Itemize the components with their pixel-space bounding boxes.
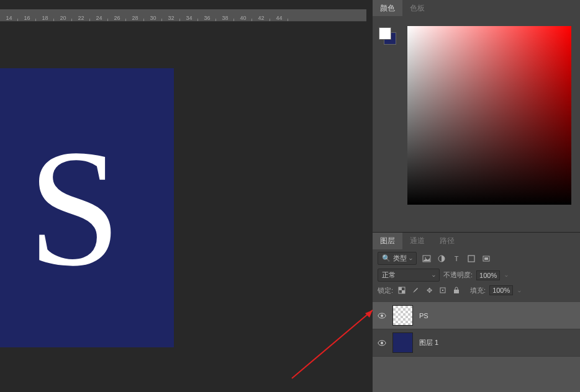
filter-shape-icon[interactable]	[466, 254, 476, 264]
svg-marker-1	[365, 310, 373, 318]
visibility-toggle-icon[interactable]	[378, 339, 386, 347]
right-panels: 颜色 色板 图层 通道 路径 🔍 类型 ⌵	[373, 0, 580, 392]
ruler-tick: 14	[0, 15, 18, 21]
blend-mode-value: 正常	[382, 270, 396, 280]
lock-artboard-icon[interactable]	[438, 285, 448, 295]
arrow-annotation	[286, 304, 385, 386]
layer-name[interactable]: 图层 1	[419, 338, 438, 347]
chevron-down-icon[interactable]: ⌵	[505, 272, 508, 278]
filter-adjustment-icon[interactable]	[437, 254, 446, 264]
filter-type-label: 类型	[393, 254, 407, 263]
lock-position-icon[interactable]: ✥	[424, 285, 434, 295]
ruler-tick: 28	[126, 15, 144, 21]
opacity-value[interactable]: 100%	[476, 270, 500, 280]
ruler-tick: 40	[234, 15, 252, 21]
canvas-text-s[interactable]: S	[28, 112, 121, 304]
ruler-tick: 20	[54, 15, 72, 21]
canvas[interactable]: S	[0, 68, 174, 347]
color-tabs: 颜色 色板	[373, 0, 580, 16]
lock-transparent-icon[interactable]	[397, 285, 407, 295]
layer-thumbnail[interactable]	[392, 332, 413, 353]
tab-layers[interactable]: 图层	[373, 233, 402, 249]
svg-rect-7	[484, 257, 488, 260]
layers-tabs: 图层 通道 路径	[373, 233, 580, 249]
fill-label: 填充:	[470, 286, 486, 295]
fill-value[interactable]: 100%	[489, 285, 513, 295]
filter-image-icon[interactable]	[422, 254, 432, 264]
filter-smart-icon[interactable]	[481, 254, 491, 264]
chevron-down-icon: ⌵	[409, 256, 412, 261]
ruler-tick: 44	[270, 15, 288, 21]
opacity-label: 不透明度:	[443, 270, 473, 280]
layer-list: PS 图层 1	[373, 302, 580, 357]
lock-fill-row: 锁定: ✥ 填充: 100% ⌵	[378, 285, 575, 295]
ruler-tick: 24	[90, 15, 108, 21]
filter-text-icon[interactable]: T	[451, 254, 461, 264]
search-icon: 🔍	[382, 254, 391, 262]
ruler-tick: 36	[198, 15, 216, 21]
visibility-toggle-icon[interactable]	[378, 311, 386, 320]
ruler-horizontal[interactable]: 14 16 18 20 22 24 26 28 30 32 34 36 38 4…	[0, 9, 366, 22]
ruler-tick: 38	[216, 15, 234, 21]
canvas-area: 14 16 18 20 22 24 26 28 30 32 34 36 38 4…	[0, 0, 373, 392]
tab-color[interactable]: 颜色	[373, 0, 402, 17]
blend-opacity-row: 正常 ⌵ 不透明度: 100% ⌵	[378, 269, 575, 282]
svg-rect-13	[454, 290, 459, 293]
ruler-tick: 16	[18, 15, 36, 21]
layer-item-layer1[interactable]: 图层 1	[373, 329, 580, 357]
tab-swatches[interactable]: 色板	[402, 0, 432, 17]
svg-point-15	[381, 314, 383, 317]
svg-line-0	[292, 310, 373, 378]
svg-rect-12	[442, 290, 443, 291]
layers-panel: 图层 通道 路径 🔍 类型 ⌵ T	[373, 232, 580, 357]
color-panel	[373, 16, 580, 232]
foreground-color-swatch[interactable]	[379, 27, 391, 40]
ruler-tick: 26	[108, 15, 126, 21]
ruler-tick: 34	[180, 15, 198, 21]
ruler-tick: 22	[72, 15, 90, 21]
lock-brush-icon[interactable]	[410, 285, 420, 295]
layer-item-ps[interactable]: PS	[373, 302, 580, 329]
layer-thumbnail[interactable]	[392, 305, 413, 326]
svg-point-17	[381, 342, 383, 344]
blend-mode-dropdown[interactable]: 正常 ⌵	[378, 269, 440, 282]
chevron-down-icon: ⌵	[432, 272, 435, 278]
color-picker-field[interactable]	[407, 26, 571, 205]
tab-paths[interactable]: 路径	[432, 233, 462, 249]
color-swatch-container[interactable]	[379, 27, 396, 45]
ruler-tick: 18	[36, 15, 54, 21]
svg-point-3	[425, 257, 426, 259]
tab-channels[interactable]: 通道	[402, 233, 432, 249]
layer-name[interactable]: PS	[419, 312, 428, 319]
filter-type-dropdown[interactable]: 🔍 类型 ⌵	[378, 252, 417, 265]
layers-controls: 🔍 类型 ⌵ T	[373, 249, 580, 302]
chevron-down-icon[interactable]: ⌵	[518, 288, 521, 293]
lock-label: 锁定:	[378, 286, 393, 295]
ruler-tick: 30	[144, 15, 162, 21]
ruler-tick: 42	[252, 15, 270, 21]
ruler-tick: 32	[162, 15, 180, 21]
svg-rect-5	[468, 256, 474, 262]
filter-row: 🔍 类型 ⌵ T	[378, 252, 575, 265]
svg-rect-10	[402, 290, 405, 293]
lock-all-icon[interactable]	[451, 285, 461, 295]
svg-rect-9	[399, 287, 402, 290]
